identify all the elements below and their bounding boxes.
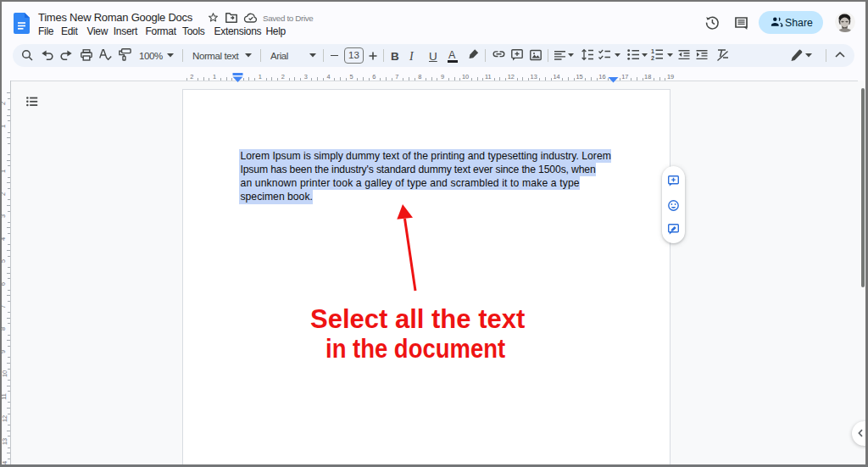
svg-text:1: 1 — [651, 48, 654, 54]
svg-text:2: 2 — [651, 55, 654, 61]
